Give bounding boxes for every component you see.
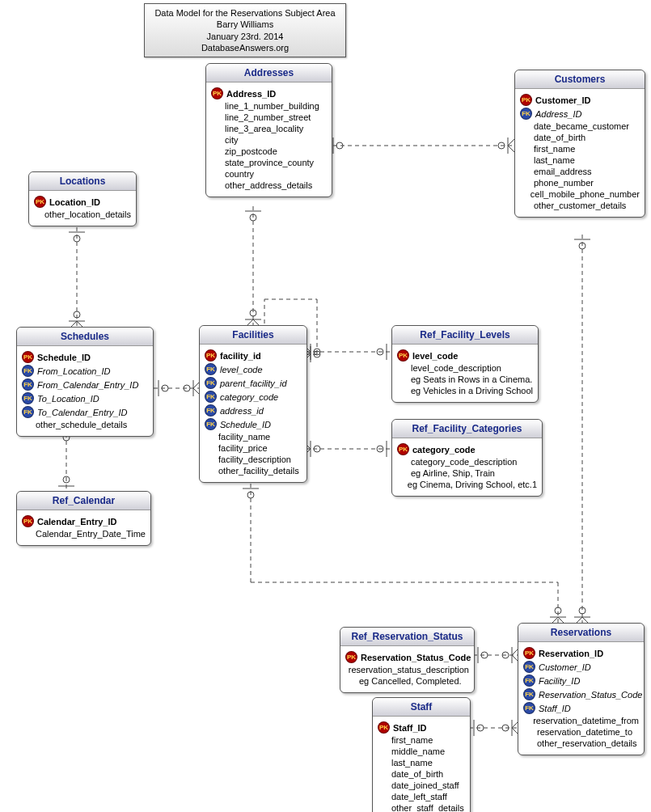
entity-staff: Staff PKStaff_IDfirst_namemiddle_namelas… xyxy=(372,697,471,812)
attribute-label: eg Vehicles in a Driving School xyxy=(411,386,533,395)
entity-title: Addresses xyxy=(206,64,332,82)
attribute-label: Staff_ID xyxy=(539,704,571,713)
attribute-label: parent_facility_id xyxy=(220,379,287,388)
attribute-label: To_Calendar_Entry_ID xyxy=(37,408,128,417)
entity-title: Locations xyxy=(29,172,136,191)
attribute-label: last_name xyxy=(391,758,433,768)
attribute-label: zip_postcode xyxy=(225,146,277,156)
primary-key-icon: PK xyxy=(34,196,46,208)
attribute-label: facility_name xyxy=(218,432,270,442)
primary-key-icon: PK xyxy=(397,349,409,362)
attribute-label: category_code xyxy=(412,445,476,455)
attribute-row: state_province_county xyxy=(211,158,327,167)
diagram-info-box: Data Model for the Reservations Subject … xyxy=(144,3,346,57)
attribute-row: reservation_status_description xyxy=(345,665,469,675)
foreign-key-icon: FK xyxy=(22,379,34,391)
entity-locations: Locations PKLocation_IDother_location_de… xyxy=(28,171,137,226)
attribute-row: other_customer_details xyxy=(520,201,640,210)
attribute-row: PKCustomer_ID xyxy=(520,94,640,106)
attribute-row: country xyxy=(211,169,327,179)
entity-title: Reservations xyxy=(518,624,644,642)
attribute-label: other_address_details xyxy=(225,180,312,190)
attribute-label: reservation_datetime_from xyxy=(533,716,639,725)
attribute-row: facility_name xyxy=(205,432,302,442)
attribute-row: FKReservation_Status_Code xyxy=(523,688,639,700)
svg-point-86 xyxy=(502,725,509,731)
attribute-row: eg Seats in Rows in a Cinema. xyxy=(397,374,533,384)
attribute-label: Facility_ID xyxy=(539,676,580,686)
attribute-row: phone_number xyxy=(520,178,640,188)
primary-key-icon: PK xyxy=(22,515,34,527)
attribute-label: state_province_county xyxy=(225,158,314,167)
attribute-label: level_code xyxy=(412,351,458,361)
attribute-label: reservation_status_description xyxy=(349,665,469,675)
attribute-row: FKFrom_Location_ID xyxy=(22,365,148,377)
attribute-row: city xyxy=(211,135,327,145)
attribute-row: PKfacility_id xyxy=(205,349,302,362)
attribute-row: FKlevel_code xyxy=(205,363,302,375)
attribute-row: Calendar_Entry_Date_Time xyxy=(22,529,146,539)
info-line: January 23rd. 2014 xyxy=(151,31,339,42)
attribute-row: PKLocation_ID xyxy=(34,196,131,208)
svg-point-16 xyxy=(74,235,80,242)
attribute-row: other_location_details xyxy=(34,209,131,219)
attribute-label: category_code_description xyxy=(411,457,517,467)
attribute-row: category_code_description xyxy=(397,457,537,467)
attribute-row: last_name xyxy=(520,155,640,165)
primary-key-icon: PK xyxy=(397,443,409,455)
attribute-label: Staff_ID xyxy=(393,723,427,733)
info-line: Barry Williams xyxy=(151,19,339,30)
svg-point-56 xyxy=(377,446,383,452)
entity-ref-calendar: Ref_Calendar PKCalendar_Entry_IDCalendar… xyxy=(16,491,151,546)
svg-point-47 xyxy=(314,349,320,355)
attribute-row: FKTo_Calendar_Entry_ID xyxy=(22,406,148,418)
attribute-row: first_name xyxy=(378,735,465,745)
attribute-row: FKAddress_ID xyxy=(520,108,640,120)
foreign-key-icon: FK xyxy=(22,365,34,377)
attribute-row: reservation_datetime_from xyxy=(523,716,639,725)
svg-point-65 xyxy=(555,607,561,614)
primary-key-icon: PK xyxy=(378,721,390,734)
foreign-key-icon: FK xyxy=(523,702,535,714)
attribute-label: reservation_datetime_to xyxy=(537,727,632,737)
attribute-row: date_of_birth xyxy=(520,133,640,142)
attribute-row: PKSchedule_ID xyxy=(22,351,148,363)
attribute-label: email_address xyxy=(534,167,592,176)
svg-point-13 xyxy=(250,310,256,316)
attribute-row: email_address xyxy=(520,167,640,176)
attribute-label: From_Calendar_Entry_ID xyxy=(37,380,138,390)
attribute-row: facility_price xyxy=(205,443,302,453)
attribute-label: other_facility_details xyxy=(218,466,299,476)
attribute-row: last_name xyxy=(378,758,465,768)
attribute-row: other_address_details xyxy=(211,180,327,190)
attribute-row: other_staff_details xyxy=(378,803,465,812)
attribute-row: zip_postcode xyxy=(211,146,327,156)
entity-title: Ref_Facility_Levels xyxy=(392,326,538,345)
primary-key-icon: PK xyxy=(523,647,535,659)
attribute-label: date_of_birth xyxy=(534,133,585,142)
attribute-label: other_location_details xyxy=(44,209,131,219)
svg-point-79 xyxy=(502,652,509,658)
svg-point-72 xyxy=(579,607,585,614)
attribute-label: level_code xyxy=(220,365,263,374)
foreign-key-icon: FK xyxy=(523,688,535,700)
foreign-key-icon: FK xyxy=(205,363,217,375)
attribute-label: Reservation_ID xyxy=(539,649,603,658)
attribute-row: PKAddress_ID xyxy=(211,87,327,99)
info-line: DatabaseAnswers.org xyxy=(151,42,339,53)
entity-title: Ref_Facility_Categories xyxy=(392,420,542,438)
attribute-row: other_schedule_details xyxy=(22,420,148,429)
svg-point-2 xyxy=(336,142,343,149)
svg-point-42 xyxy=(314,351,320,357)
attribute-row: line_3_area_locality xyxy=(211,124,327,133)
attribute-label: Schedule_ID xyxy=(37,353,91,362)
attribute-label: first_name xyxy=(391,735,433,745)
svg-point-54 xyxy=(314,446,320,452)
foreign-key-icon: FK xyxy=(22,406,34,418)
entity-title: Facilities xyxy=(200,326,306,345)
attribute-row: line_2_number_street xyxy=(211,112,327,122)
primary-key-icon: PK xyxy=(211,87,223,99)
foreign-key-icon: FK xyxy=(22,392,34,404)
attribute-row: first_name xyxy=(520,144,640,154)
attribute-row: FKFacility_ID xyxy=(523,675,639,687)
